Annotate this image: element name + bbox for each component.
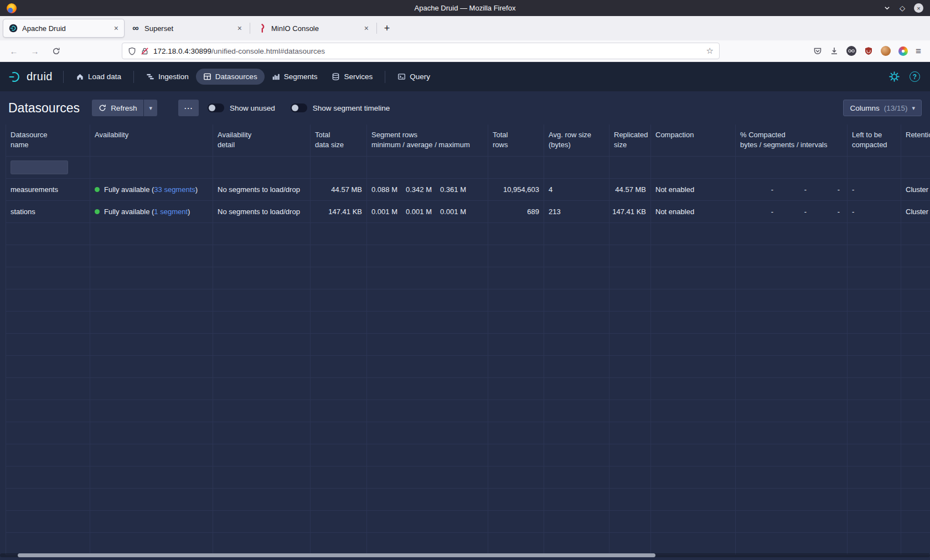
tab-close-icon[interactable]: × — [237, 24, 242, 33]
window-minimize-icon[interactable] — [884, 4, 891, 12]
bookmark-star-icon[interactable]: ☆ — [706, 46, 714, 56]
tab-apache-druid[interactable]: Apache Druid × — [3, 19, 125, 38]
browser-window: Apache Druid — Mozilla Firefox ◇ × Apach… — [0, 0, 930, 560]
cell-avg-row-size: 213 — [544, 201, 609, 223]
header-divider — [385, 71, 385, 83]
datasource-filter-input[interactable] — [11, 160, 68, 174]
column-header-total-data-size[interactable]: Total data size — [311, 125, 367, 157]
forward-button[interactable]: → — [27, 43, 43, 59]
account-avatar-icon[interactable] — [846, 46, 856, 56]
tab-label: Superset — [144, 24, 173, 33]
tab-superset[interactable]: ∞ Superset × — [126, 19, 247, 38]
cell-total-data-size: 147.41 KB — [311, 201, 367, 223]
column-header-datasource-name[interactable]: Datasource name — [6, 125, 90, 157]
table-row-stations: stations Fully available (1 segment) No … — [6, 201, 930, 223]
tab-close-icon[interactable]: × — [114, 24, 118, 33]
nav-query[interactable]: Query — [390, 69, 437, 85]
cell-replicated-size: 44.57 MB — [609, 179, 651, 201]
column-header-segment-rows[interactable]: Segment rows minimum / average / maximum — [367, 125, 488, 157]
window-close-icon[interactable]: × — [914, 3, 923, 13]
column-header-replicated-size[interactable]: Replicated size — [609, 125, 651, 157]
cell-retention: Cluster default — [901, 201, 930, 223]
downloads-icon[interactable] — [830, 46, 839, 55]
nav-datasources[interactable]: Datasources — [196, 69, 265, 85]
settings-gear-icon[interactable] — [889, 71, 900, 82]
cell-replicated-size: 147.41 KB — [609, 201, 651, 223]
column-header-pct-compacted[interactable]: % Compacted bytes / segments / intervals — [736, 125, 848, 157]
horizontal-scrollbar — [0, 553, 930, 557]
more-actions-button[interactable]: ⋯ — [178, 100, 199, 116]
cell-total-rows: 10,954,603 — [488, 179, 544, 201]
cell-total-data-size: 44.57 MB — [311, 179, 367, 201]
page-title: Datasources — [8, 101, 80, 116]
chevron-down-icon: ▾ — [912, 105, 915, 111]
column-header-retention[interactable]: Retention — [901, 125, 930, 157]
table-empty-row — [6, 289, 930, 312]
table-empty-row — [6, 400, 930, 422]
druid-favicon-icon — [9, 24, 18, 33]
tab-separator — [250, 23, 250, 34]
new-tab-button[interactable]: + — [379, 20, 395, 37]
table-empty-row — [6, 356, 930, 378]
extension-pinwheel-icon[interactable] — [898, 46, 908, 56]
back-button[interactable]: ← — [6, 43, 22, 59]
nav-load-data[interactable]: Load data — [69, 69, 128, 85]
cell-avg-row-size: 4 — [544, 179, 609, 201]
help-icon[interactable]: ? — [910, 71, 920, 82]
datasources-table: Datasource name Availability Availabilit… — [0, 125, 930, 555]
cell-retention: Cluster default — [901, 179, 930, 201]
available-dot-icon — [95, 187, 100, 192]
refresh-button[interactable]: Refresh — [92, 100, 143, 116]
column-header-availability[interactable]: Availability — [90, 125, 213, 157]
menu-icon[interactable]: ≡ — [916, 46, 921, 56]
refresh-dropdown-button[interactable]: ▾ — [144, 100, 157, 116]
shield-icon[interactable] — [128, 47, 136, 55]
tab-label: MinIO Console — [271, 24, 319, 33]
tab-minio-console[interactable]: MinIO Console × — [252, 19, 374, 38]
table-empty-row — [6, 422, 930, 444]
table-empty-row — [6, 489, 930, 511]
column-header-avg-row-size[interactable]: Avg. row size (bytes) — [544, 125, 609, 157]
show-unused-toggle[interactable] — [208, 103, 224, 112]
table-header-row: Datasource name Availability Availabilit… — [6, 125, 930, 157]
columns-button[interactable]: Columns(13/15)▾ — [843, 100, 922, 116]
window-maximize-icon[interactable]: ◇ — [900, 4, 905, 12]
cell-datasource-name: stations — [6, 201, 90, 223]
nav-ingestion[interactable]: Ingestion — [139, 69, 196, 85]
cell-left-to-be-compacted: - — [848, 201, 901, 223]
insecure-lock-icon[interactable] — [141, 47, 149, 55]
table-empty-row — [6, 511, 930, 533]
table-empty-row — [6, 466, 930, 489]
column-header-total-rows[interactable]: Total rows — [488, 125, 544, 157]
nav-services[interactable]: Services — [324, 69, 380, 85]
address-bar[interactable]: 172.18.0.4:30899/unified-console.html#da… — [122, 43, 720, 59]
cell-pct-compacted: --- — [736, 201, 848, 223]
table-filter-row — [6, 157, 930, 179]
table-empty-row — [6, 444, 930, 466]
segments-count-link[interactable]: 1 segment — [154, 208, 188, 216]
column-header-availability-detail[interactable]: Availability detail — [213, 125, 311, 157]
nav-segments[interactable]: Segments — [265, 69, 325, 85]
column-header-compaction[interactable]: Compaction — [651, 125, 736, 157]
header-divider — [133, 71, 134, 83]
tab-close-icon[interactable]: × — [364, 24, 369, 33]
druid-logo[interactable]: druid — [8, 70, 53, 84]
show-segment-timeline-toggle[interactable] — [291, 103, 307, 112]
window-title: Apache Druid — Mozilla Firefox — [0, 4, 930, 12]
table-empty-row — [6, 267, 930, 289]
column-header-left-to-be-compacted[interactable]: Left to be compacted — [848, 125, 901, 157]
browser-toolbar: ← → 172.18.0.4:30899/unified-console.htm… — [0, 40, 930, 62]
ublock-shield-icon[interactable] — [864, 46, 873, 55]
horizontal-scrollbar-thumb[interactable] — [18, 553, 655, 557]
cell-datasource-name: measurements — [6, 179, 90, 201]
pocket-icon[interactable] — [813, 46, 822, 55]
reload-button[interactable] — [48, 43, 64, 59]
cell-left-to-be-compacted: - — [848, 179, 901, 201]
profile-avatar-icon[interactable] — [881, 46, 891, 56]
stacked-chart-icon — [272, 72, 280, 81]
table-empty-row — [6, 334, 930, 356]
chevron-down-icon: ▾ — [149, 105, 152, 111]
segments-count-link[interactable]: 33 segments — [154, 185, 195, 194]
tab-label: Apache Druid — [22, 24, 66, 33]
cell-pct-compacted: --- — [736, 179, 848, 201]
